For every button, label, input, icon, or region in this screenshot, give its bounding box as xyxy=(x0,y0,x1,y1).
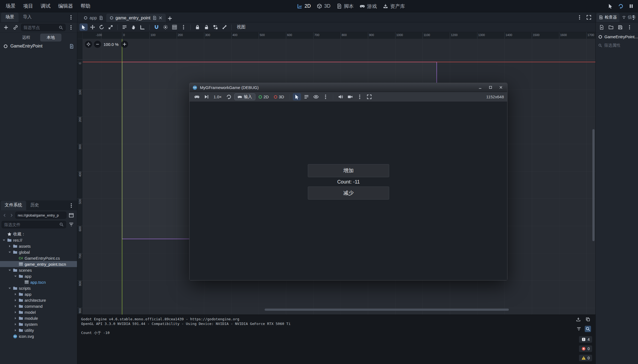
dots-button[interactable] xyxy=(321,93,330,100)
chevron-down-icon[interactable] xyxy=(8,286,11,290)
speed-label[interactable]: 1.0× xyxy=(212,94,223,99)
new-resource-button[interactable] xyxy=(598,24,605,31)
pause-game-button[interactable] xyxy=(627,2,635,10)
chevron-down-icon[interactable] xyxy=(8,268,11,272)
right-dock-menu-icon[interactable] xyxy=(629,14,637,21)
load-resource-button[interactable] xyxy=(607,24,615,31)
local-button[interactable]: 本地 xyxy=(40,34,61,42)
view-menu-button[interactable]: 视图 xyxy=(234,23,249,31)
file-tree-item[interactable]: module xyxy=(0,315,77,321)
minimize-button[interactable] xyxy=(477,84,484,90)
file-tree-item[interactable]: utility xyxy=(0,327,77,333)
speaker-button[interactable] xyxy=(336,93,345,100)
move-button[interactable] xyxy=(88,23,97,31)
decrease-button[interactable]: 减少 xyxy=(308,187,389,200)
file-tree-item[interactable]: app xyxy=(0,273,77,279)
search-output-icon[interactable] xyxy=(585,326,591,332)
grid-button[interactable] xyxy=(170,23,179,31)
chevron-right-icon[interactable] xyxy=(14,316,17,320)
file-tree-item[interactable]: command xyxy=(0,303,77,309)
dots-button[interactable] xyxy=(179,23,188,31)
save-resource-button[interactable] xyxy=(616,24,624,31)
file-tree-item[interactable]: scripts xyxy=(0,285,77,291)
errors-badge[interactable]: 0 xyxy=(579,345,592,352)
mode_2d-radio[interactable]: 2D xyxy=(257,94,271,99)
file-tree-item[interactable]: res:// xyxy=(0,237,77,243)
reload-game-button[interactable] xyxy=(617,2,625,10)
inspector-menu-button[interactable] xyxy=(626,24,633,31)
unlock-button[interactable] xyxy=(202,23,211,31)
filter-properties-field[interactable]: 筛选属性 xyxy=(596,41,638,50)
distraction-free-icon[interactable] xyxy=(585,14,593,21)
menu-debug[interactable]: 调试 xyxy=(37,1,54,11)
pan-button[interactable] xyxy=(129,23,138,31)
file-tree-item[interactable]: C#GameEntryPoint.cs xyxy=(0,255,77,261)
zoom-out-button[interactable] xyxy=(94,41,101,48)
filter-files-field[interactable] xyxy=(2,221,66,228)
viewport-vertical-scrollbar[interactable] xyxy=(592,129,595,241)
messages-badge[interactable]: 4 xyxy=(579,336,592,343)
filter-nodes-field[interactable] xyxy=(21,24,66,31)
input_toggle-toggle[interactable]: 输入 xyxy=(234,93,255,100)
menu-project[interactable]: 项目 xyxy=(20,1,37,11)
file-tree-item[interactable]: app.tscn xyxy=(0,279,77,285)
history-back-icon[interactable] xyxy=(2,212,8,219)
list-select-button[interactable] xyxy=(120,23,129,31)
rotate-button[interactable] xyxy=(98,23,106,31)
menu-editor[interactable]: 编辑器 xyxy=(55,1,76,11)
filesystem-menu-icon[interactable] xyxy=(67,202,75,209)
filter-messages-icon[interactable] xyxy=(576,326,582,332)
remote-button[interactable]: 远程 xyxy=(16,34,37,42)
open-script-icon[interactable] xyxy=(69,44,74,49)
chevron-right-icon[interactable] xyxy=(14,310,17,314)
workspace-assetlib[interactable]: 资产库 xyxy=(383,3,405,10)
scene-tabs-menu-icon[interactable] xyxy=(575,14,584,21)
left-dock-menu-icon[interactable] xyxy=(67,14,75,21)
viewport-horizontal-scrollbar[interactable] xyxy=(265,309,509,311)
close-window-button[interactable] xyxy=(497,84,504,90)
dock-tab-filesystem[interactable]: 文件系统 xyxy=(1,201,26,210)
mode_3d-radio[interactable]: 3D xyxy=(272,94,286,99)
dots-button[interactable] xyxy=(356,93,364,100)
list-select-button[interactable] xyxy=(302,93,311,100)
zoom-in-button[interactable] xyxy=(121,41,128,48)
dock-tab-history[interactable]: 历史 xyxy=(26,201,43,210)
file-tree-item[interactable]: 收藏： xyxy=(0,231,77,237)
save-log-icon[interactable] xyxy=(575,316,581,322)
2d-canvas[interactable]: 100.0 % MyGFrameworkGame (DEBUG) 1.0×输入2… xyxy=(83,39,595,315)
chevron-right-icon[interactable] xyxy=(14,292,17,296)
camera-button[interactable] xyxy=(346,93,354,100)
close-icon[interactable] xyxy=(158,16,163,20)
skeleton-button[interactable] xyxy=(220,23,229,31)
inspected-node-row[interactable]: GameEntryPoint... xyxy=(596,32,638,41)
chevron-right-icon[interactable] xyxy=(8,244,11,248)
workspace-script[interactable]: 脚本 xyxy=(336,3,354,10)
scene-dock-menu-button[interactable] xyxy=(67,24,75,31)
warnings-badge[interactable]: 0 xyxy=(579,355,592,361)
menu-help[interactable]: 帮助 xyxy=(77,1,94,11)
scene-tab-app[interactable]: app xyxy=(80,14,106,22)
file-tree-item[interactable]: assets xyxy=(0,243,77,249)
eye-button[interactable] xyxy=(312,93,320,100)
menu-scene[interactable]: 场景 xyxy=(2,1,19,11)
chevron-right-icon[interactable] xyxy=(14,304,17,308)
workspace-3d[interactable]: 3D xyxy=(317,3,330,9)
file-tree-item[interactable]: system xyxy=(0,321,77,327)
lock-button[interactable] xyxy=(193,23,202,31)
fullscreen-button[interactable] xyxy=(365,93,373,100)
chevron-right-icon[interactable] xyxy=(14,329,17,332)
file-tree-item[interactable]: game_entry_point.tscn xyxy=(0,261,77,267)
pick-node-button[interactable] xyxy=(606,2,615,10)
add-node-button[interactable] xyxy=(2,24,10,31)
gear-button[interactable] xyxy=(161,23,170,31)
window-titlebar[interactable]: MyGFrameworkGame (DEBUG) xyxy=(190,83,507,92)
group-button[interactable] xyxy=(211,23,220,31)
scale-button[interactable] xyxy=(107,23,115,31)
file-tree-item[interactable]: app xyxy=(0,291,77,297)
filter-files-input[interactable] xyxy=(4,222,58,227)
copy-output-icon[interactable] xyxy=(585,316,591,322)
chevron-down-icon[interactable] xyxy=(14,274,17,278)
joypad-button[interactable] xyxy=(193,93,201,100)
dock-tab-inspector[interactable]: 检查器 xyxy=(596,13,619,22)
file-tree-item[interactable]: icon.svg xyxy=(0,333,77,339)
